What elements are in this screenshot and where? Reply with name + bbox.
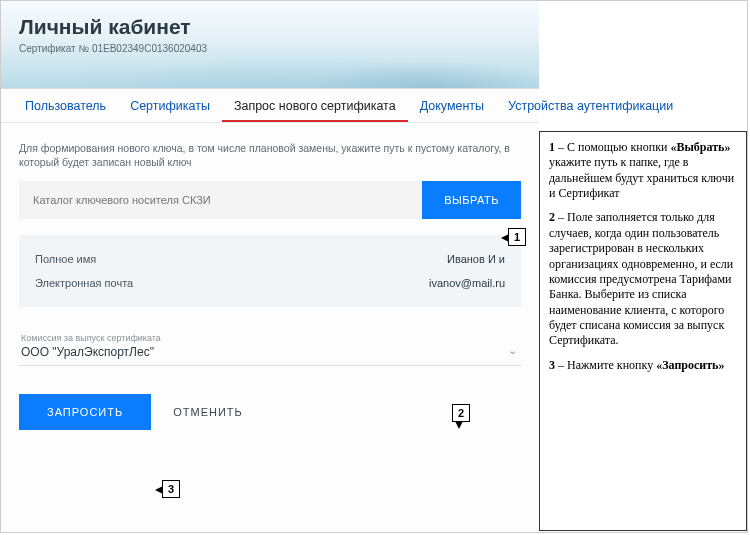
catalog-row: ВЫБРАТЬ <box>19 181 521 219</box>
callout-3: 3 <box>162 480 180 498</box>
catalog-input[interactable] <box>19 181 422 219</box>
instructions-panel: 1 – С помощью кнопки «Выбрать» укажите п… <box>539 131 747 531</box>
cancel-button[interactable]: ОТМЕНИТЬ <box>173 406 243 418</box>
user-info-block: Полное имя Иванов И и Электронная почта … <box>19 235 521 307</box>
select-button[interactable]: ВЫБРАТЬ <box>422 181 521 219</box>
form-actions: ЗАПРОСИТЬ ОТМЕНИТЬ <box>19 394 521 430</box>
tab-user[interactable]: Пользователь <box>13 89 118 122</box>
instruction-2: 2 – Поле заполняется только для случаев,… <box>549 210 737 348</box>
full-name-row: Полное имя Иванов И и <box>35 247 505 271</box>
page-title: Личный кабинет <box>19 15 521 39</box>
tab-bar: Пользователь Сертификаты Запрос нового с… <box>1 89 539 123</box>
commission-select[interactable]: Комиссия за выпуск сертификата ООО "Урал… <box>19 327 521 366</box>
certificate-number: Сертификат № 01EB02349C0136020403 <box>19 43 521 54</box>
email-row: Электронная почта ivanov@mail.ru <box>35 271 505 295</box>
email-value: ivanov@mail.ru <box>429 277 505 289</box>
callout-2: 2 <box>452 404 470 422</box>
commission-value: ООО "УралЭкспортЛес" <box>21 345 519 359</box>
tab-auth-devices[interactable]: Устройства аутентификации <box>496 89 685 122</box>
instruction-1: 1 – С помощью кнопки «Выбрать» укажите п… <box>549 140 737 201</box>
form-content: Для формирования нового ключа, в том чис… <box>1 123 539 532</box>
callout-arrow-2 <box>455 421 463 429</box>
commission-label: Комиссия за выпуск сертификата <box>21 333 519 343</box>
chevron-down-icon: ⌄ <box>508 344 517 357</box>
tab-certificates[interactable]: Сертификаты <box>118 89 222 122</box>
request-button[interactable]: ЗАПРОСИТЬ <box>19 394 151 430</box>
full-name-label: Полное имя <box>35 253 96 265</box>
instruction-3: 3 – Нажмите кнопку «Запросить» <box>549 358 737 373</box>
email-label: Электронная почта <box>35 277 133 289</box>
callout-1: 1 <box>508 228 526 246</box>
page-header: Личный кабинет Сертификат № 01EB02349C01… <box>1 1 539 89</box>
main-panel: Личный кабинет Сертификат № 01EB02349C01… <box>1 1 539 532</box>
tab-documents[interactable]: Документы <box>408 89 496 122</box>
form-hint: Для формирования нового ключа, в том чис… <box>19 141 521 169</box>
full-name-value: Иванов И и <box>447 253 505 265</box>
tab-new-cert-request[interactable]: Запрос нового сертификата <box>222 89 408 122</box>
